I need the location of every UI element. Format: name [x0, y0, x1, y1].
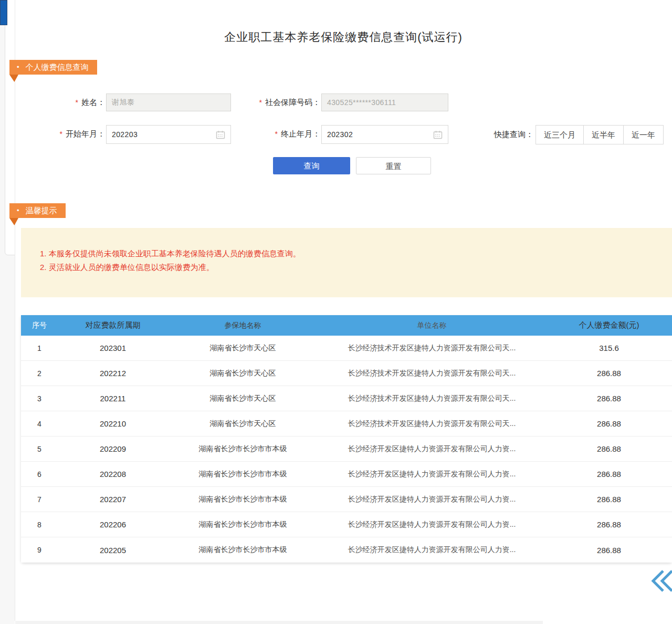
table-cell: 湖南省长沙市长沙市市本级	[168, 495, 318, 504]
required-asterisk: *	[275, 130, 278, 138]
table-cell: 湖南省长沙市天心区	[168, 394, 318, 403]
pension-query-page: 企业职工基本养老保险缴费信息查询(试运行) •个人缴费信息查询 *姓名： 谢旭泰…	[0, 0, 672, 624]
col-header-period: 对应费款所属期	[58, 320, 168, 330]
table-cell: 202209	[58, 444, 168, 453]
table-cell: 202206	[58, 520, 168, 529]
table-row: 9202205湖南省长沙市长沙市市本级长沙经济开发区捷特人力资源开发有限公司人力…	[21, 537, 672, 563]
table-cell: 6	[21, 470, 58, 479]
quick-query-label: 快捷查询：	[487, 125, 533, 144]
table-cell: 湖南省长沙市长沙市市本级	[168, 545, 318, 555]
start-month-input[interactable]: 202203	[106, 125, 231, 144]
end-month-input[interactable]: 202302	[321, 125, 448, 144]
bottom-strip	[15, 621, 543, 624]
table-row: 2202212湖南省长沙市天心区长沙经济技术开发区捷特人力资源开发有限公司天..…	[21, 361, 672, 386]
table-cell: 286.88	[546, 369, 672, 378]
end-month-value: 202302	[327, 130, 433, 139]
tips-line: 2. 灵活就业人员的缴费单位信息以实际缴费为准。	[40, 261, 662, 274]
results-table: 序号 对应费款所属期 参保地名称 单位名称 个人缴费金额(元) 1202301湖…	[21, 315, 672, 563]
end-month-label: *终止年月：	[226, 125, 320, 143]
table-row: 8202206湖南省长沙市长沙市市本级长沙经济开发区捷特人力资源开发有限公司人力…	[21, 512, 672, 537]
table-cell: 8	[21, 521, 58, 529]
table-cell: 湖南省长沙市长沙市市本级	[168, 470, 318, 479]
table-cell: 湖南省长沙市天心区	[168, 369, 318, 378]
section-tag-tips: •温馨提示	[9, 203, 66, 218]
calendar-icon[interactable]	[216, 130, 225, 139]
start-month-value: 202203	[112, 130, 216, 139]
bullet-icon: •	[17, 206, 19, 214]
table-cell: 湖南省长沙市天心区	[168, 344, 318, 353]
sidebar-toggle-block[interactable]	[0, 0, 7, 25]
label-text: 姓名：	[81, 98, 105, 107]
table-cell: 7	[21, 495, 58, 504]
label-text: 开始年月：	[66, 129, 105, 138]
section-tag-label: 温馨提示	[26, 206, 57, 215]
table-row: 6202208湖南省长沙市长沙市市本级长沙经济开发区捷特人力资源开发有限公司人力…	[21, 462, 672, 487]
table-cell: 长沙经济开发区捷特人力资源开发有限公司人力资...	[318, 470, 546, 479]
col-header-amount: 个人缴费金额(元)	[546, 320, 672, 330]
tips-notice-box: 1. 本服务仅提供尚未领取企业职工基本养老保险待遇人员的缴费信息查询。 2. 灵…	[21, 228, 672, 297]
table-row: 7202207湖南省长沙市长沙市市本级长沙经济开发区捷特人力资源开发有限公司人力…	[21, 487, 672, 512]
table-row: 5202209湖南省长沙市长沙市市本级长沙经济开发区捷特人力资源开发有限公司人力…	[21, 436, 672, 462]
table-cell: 202301	[58, 344, 168, 352]
name-value: 谢旭泰	[112, 98, 225, 107]
col-header-company: 单位名称	[318, 321, 546, 330]
table-cell: 9	[21, 546, 58, 554]
label-text: 社会保障号码：	[265, 98, 320, 107]
table-cell: 3	[21, 394, 58, 403]
table-row: 3202211湖南省长沙市天心区长沙经济技术开发区捷特人力资源开发有限公司天..…	[21, 386, 672, 411]
table-cell: 202210	[58, 419, 168, 428]
page-title: 企业职工基本养老保险缴费信息查询(试运行)	[15, 29, 672, 45]
col-header-seq: 序号	[21, 321, 58, 330]
table-cell: 湖南省长沙市天心区	[168, 419, 318, 429]
quick-query-group: 近三个月 近半年 近一年	[536, 125, 664, 144]
table-cell: 长沙经济技术开发区捷特人力资源开发有限公司天...	[318, 369, 546, 378]
table-cell: 长沙经济技术开发区捷特人力资源开发有限公司天...	[318, 419, 546, 429]
table-cell: 长沙经济技术开发区捷特人力资源开发有限公司天...	[318, 344, 546, 353]
table-cell: 286.88	[546, 394, 672, 403]
required-asterisk: *	[259, 98, 262, 107]
table-row: 1202301湖南省长沙市天心区长沙经济技术开发区捷特人力资源开发有限公司天..…	[21, 336, 672, 361]
table-cell: 202211	[58, 394, 168, 403]
table-cell: 长沙经济技术开发区捷特人力资源开发有限公司天...	[318, 394, 546, 403]
table-cell: 长沙经济开发区捷特人力资源开发有限公司人力资...	[318, 545, 546, 555]
table-cell: 5	[21, 445, 58, 453]
table-cell: 286.88	[546, 520, 672, 529]
table-cell: 202207	[58, 495, 168, 504]
required-asterisk: *	[76, 98, 78, 107]
ssn-field: 430525******306111	[321, 93, 448, 111]
tips-line: 1. 本服务仅提供尚未领取企业职工基本养老保险待遇人员的缴费信息查询。	[40, 247, 662, 261]
label-text: 终止年月：	[281, 129, 320, 138]
required-asterisk: *	[60, 130, 62, 138]
ssn-label: *社会保障号码：	[226, 93, 320, 111]
ssn-value: 430525******306111	[327, 98, 443, 107]
table-cell: 湖南省长沙市长沙市市本级	[168, 520, 318, 529]
table-body: 1202301湖南省长沙市天心区长沙经济技术开发区捷特人力资源开发有限公司天..…	[21, 336, 672, 563]
name-label: *姓名：	[32, 93, 105, 111]
table-row: 4202210湖南省长沙市天心区长沙经济技术开发区捷特人力资源开发有限公司天..…	[21, 411, 672, 436]
start-month-label: *开始年月：	[32, 125, 105, 143]
table-cell: 4	[21, 420, 58, 428]
collapse-double-chevron-icon[interactable]	[649, 569, 672, 593]
table-cell: 286.88	[546, 546, 672, 555]
table-cell: 315.6	[546, 344, 672, 352]
table-cell: 长沙经济开发区捷特人力资源开发有限公司人力资...	[318, 495, 546, 504]
col-header-place: 参保地名称	[168, 321, 318, 330]
table-cell: 202205	[58, 546, 168, 555]
section-tag-personal-query: •个人缴费信息查询	[9, 60, 97, 75]
query-button[interactable]: 查询	[273, 157, 350, 174]
calendar-icon[interactable]	[433, 130, 443, 139]
section-tag-label: 个人缴费信息查询	[26, 63, 89, 71]
quick-btn-last-3-months[interactable]: 近三个月	[536, 125, 584, 144]
table-cell: 286.88	[546, 444, 672, 453]
table-cell: 1	[21, 344, 58, 352]
quick-btn-last-half-year[interactable]: 近半年	[583, 125, 624, 144]
table-cell: 长沙经济开发区捷特人力资源开发有限公司人力资...	[318, 444, 546, 454]
table-cell: 286.88	[546, 495, 672, 504]
reset-button[interactable]: 重置	[356, 157, 431, 174]
quick-btn-last-year[interactable]: 近一年	[623, 125, 664, 144]
bullet-icon: •	[17, 63, 19, 71]
table-cell: 2	[21, 369, 58, 378]
table-cell: 湖南省长沙市长沙市市本级	[168, 444, 318, 454]
table-cell: 202208	[58, 470, 168, 479]
table-cell: 286.88	[546, 470, 672, 479]
